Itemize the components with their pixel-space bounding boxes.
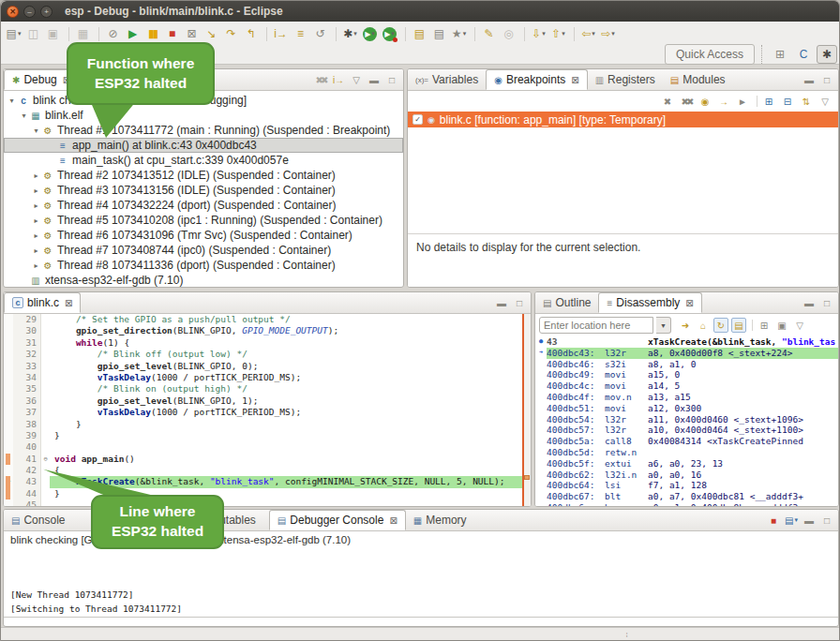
disassembly-row[interactable]: 400dbc51: movi a12, 0x300 [535, 403, 838, 414]
code-line-33[interactable]: 33 gpio_set_level(BLINK_GPIO, 0); [4, 361, 531, 372]
tab-modules[interactable]: ▤ Modules [663, 69, 733, 90]
open-project-icon[interactable]: ▤ [430, 25, 448, 43]
titlebar[interactable]: ✕ – + esp - Debug - blink/main/blink.c -… [1, 1, 840, 22]
close-window-button[interactable]: ✕ [7, 6, 19, 18]
expand-all-icon[interactable]: ⊞ [761, 94, 776, 109]
code-line-34[interactable]: 34 vTaskDelay(1000 / portTICK_PERIOD_MS)… [4, 372, 531, 383]
cpp-perspective-button[interactable]: C [793, 45, 814, 64]
editor-gutter[interactable] [4, 395, 13, 407]
code-line-44[interactable]: 44} [4, 488, 531, 499]
display-selected-console-icon[interactable]: ▤ [784, 513, 799, 528]
debug-tree-row[interactable]: ▸ ⚙ Thread #4 1073432224 (dport) (Suspen… [4, 198, 403, 213]
disassembly-row[interactable]: 400dbc62: l32i.n a0, a0, 16 [535, 470, 838, 481]
breakpoint-checkbox[interactable]: ✓ [412, 114, 423, 125]
expand-twist-icon[interactable]: ▾ [19, 112, 29, 120]
disassembly-row[interactable]: 400dbc5f: extui a6, a0, 23, 13 [535, 458, 838, 470]
disassembly-row[interactable]: 400dbc57: l32r a10, 0x400d0464 <_stext+1… [535, 425, 838, 436]
editor-gutter[interactable] [4, 337, 13, 349]
editor-gutter[interactable] [4, 314, 13, 325]
pin-down-icon[interactable]: ⇩ [530, 25, 548, 43]
debug-tree-row[interactable]: ▸ ⚙ Thread #2 1073413512 (IDLE) (Suspend… [4, 168, 403, 183]
maximize-icon[interactable]: □ [819, 295, 834, 310]
build-icon[interactable]: ▦ [74, 25, 92, 43]
expand-twist-icon[interactable]: ▾ [31, 127, 41, 135]
debug-tree-row[interactable]: ▸ ⚙ Thread #6 1073431096 (Tmr Svc) (Susp… [4, 228, 403, 243]
code-line-45[interactable]: 45 [4, 499, 531, 506]
step-into-icon[interactable]: ↘ [202, 25, 220, 43]
debug-tree-row[interactable]: ▥ xtensa-esp32-elf-gdb (7.10) [4, 273, 403, 288]
minimize-icon[interactable]: ▬ [802, 295, 817, 310]
minimize-icon[interactable]: ▬ [802, 513, 817, 528]
run-config-icon[interactable]: ▶ [363, 27, 377, 41]
debug-tree-row[interactable]: ▾ ▦ blink.elf [4, 108, 403, 123]
quick-access-button[interactable]: Quick Access [665, 44, 755, 65]
close-tab-icon[interactable]: ⊠ [65, 298, 72, 308]
minimize-icon[interactable]: ▬ [494, 295, 509, 310]
editor-gutter[interactable] [4, 454, 13, 465]
save-all-icon[interactable]: ▣ [44, 25, 62, 43]
code-line-41[interactable]: 41⊖void app_main() [4, 454, 531, 465]
minimize-window-button[interactable]: – [23, 6, 36, 18]
editor-gutter[interactable] [4, 441, 13, 453]
goto-pc-icon[interactable]: ➜ [678, 318, 693, 333]
format-source-icon[interactable]: ✎ [480, 25, 498, 43]
new-wizard-icon[interactable]: ▤ [5, 25, 22, 43]
expand-twist-icon[interactable]: ▸ [31, 186, 41, 195]
open-new-view-icon[interactable]: ⊞ [757, 318, 772, 333]
new-c-project-icon[interactable]: ▤ [411, 25, 428, 43]
tab-variables[interactable]: (x)= Variables [408, 69, 486, 90]
step-return-icon[interactable]: ↰ [242, 25, 260, 43]
console-tab[interactable]: ▦ Memory [406, 510, 480, 530]
step-over-icon[interactable]: ↷ [222, 25, 240, 43]
save-icon[interactable]: ◫ [24, 25, 42, 43]
resume-icon[interactable]: ▶ [124, 25, 142, 43]
editor-gutter[interactable] [4, 430, 13, 441]
expand-twist-icon[interactable]: ▸ [31, 171, 41, 180]
expand-twist-icon[interactable]: ▸ [31, 201, 41, 210]
debug-perspective-button[interactable]: ✱ [817, 45, 837, 64]
expand-twist-icon[interactable]: ▸ [31, 246, 41, 255]
disassembly-row[interactable]: 400dbc54: l32r a11, 0x400d0460 <_stext+1… [535, 414, 838, 425]
disconnect-icon[interactable]: ⊠ [183, 25, 201, 43]
pin-view-icon[interactable]: ▣ [774, 318, 789, 333]
disassembly-row[interactable]: 400dbc46: s32i a8, a1, 0 [535, 359, 838, 370]
tab-breakpoints[interactable]: ◉ Breakpoints ⊠ [486, 69, 588, 90]
instruction-stepping-icon[interactable]: i→ [272, 25, 290, 43]
current-instruction-pointer-icon[interactable]: ➜ [4, 476, 13, 487]
code-line-36[interactable]: 36 gpio_set_level(BLINK_GPIO, 1); [4, 395, 531, 407]
terminate-icon[interactable]: ■ [766, 513, 781, 528]
location-input[interactable]: Enter location here [539, 317, 653, 334]
maximize-icon[interactable]: □ [819, 72, 834, 87]
code-line-37[interactable]: 37 vTaskDelay(1000 / portTICK_PERIOD_MS)… [4, 407, 531, 418]
view-menu-icon[interactable]: ▽ [792, 318, 807, 333]
tab-registers[interactable]: ▥ Registers [588, 69, 663, 90]
console-tab[interactable]: ▤ Debugger Console ⊠ [269, 510, 406, 530]
goto-breakpoint-file-icon[interactable]: → [716, 94, 731, 109]
code-line-42[interactable]: 42{ [4, 465, 531, 476]
disassembly-row[interactable]: 400dbc49: movi a15, 0 [535, 369, 838, 380]
expand-twist-icon[interactable]: ▸ [31, 261, 41, 270]
editor-gutter[interactable] [4, 499, 13, 506]
debug-tree-row[interactable]: ≡ app_main() at blink.c:43 0x400dbc43 [4, 138, 403, 153]
close-tab-icon[interactable]: ⊠ [685, 298, 693, 308]
debug-tree-row[interactable]: ▸ ⚙ Thread #8 1073411336 (dport) (Suspen… [4, 258, 403, 273]
select-pointer-icon[interactable]: ► [735, 94, 750, 109]
disassembly-row[interactable]: 400dbc4c: movi a14, 5 [535, 380, 838, 392]
disassembly-row[interactable]: 400dbc6a: bnone a0, a1, 0x400dbc8b <__ad… [535, 502, 838, 506]
debug-tree-row[interactable]: ▾ ⚙ Thread #1 1073411772 (main : Running… [4, 123, 403, 138]
overview-ruler[interactable] [522, 314, 531, 506]
editor-gutter[interactable] [4, 419, 13, 430]
editor-gutter[interactable] [4, 325, 13, 336]
show-source-icon[interactable]: ▤ [731, 318, 746, 333]
editor-code[interactable]: 29 /* Set the GPIO as a push/pull output… [4, 314, 531, 506]
editor-gutter[interactable] [4, 372, 13, 383]
tab-outline[interactable]: ▤ Outline [535, 292, 598, 313]
code-line-35[interactable]: 35 /* Blink on (output high) */ [4, 383, 531, 395]
home-icon[interactable]: ⌂ [696, 318, 711, 333]
code-line-38[interactable]: 38 } [4, 419, 531, 430]
disassembly-row[interactable]: 400dbc5a: call8 0x40084314 <xTaskCreateP… [535, 436, 838, 447]
show-breakpoints-for-icon[interactable]: ◉ [698, 94, 712, 109]
view-menu-icon[interactable]: ▽ [818, 94, 832, 109]
skip-all-breakpoints-icon[interactable]: ⊘ [104, 25, 122, 43]
sync-with-context-icon[interactable]: ↻ [713, 318, 728, 333]
